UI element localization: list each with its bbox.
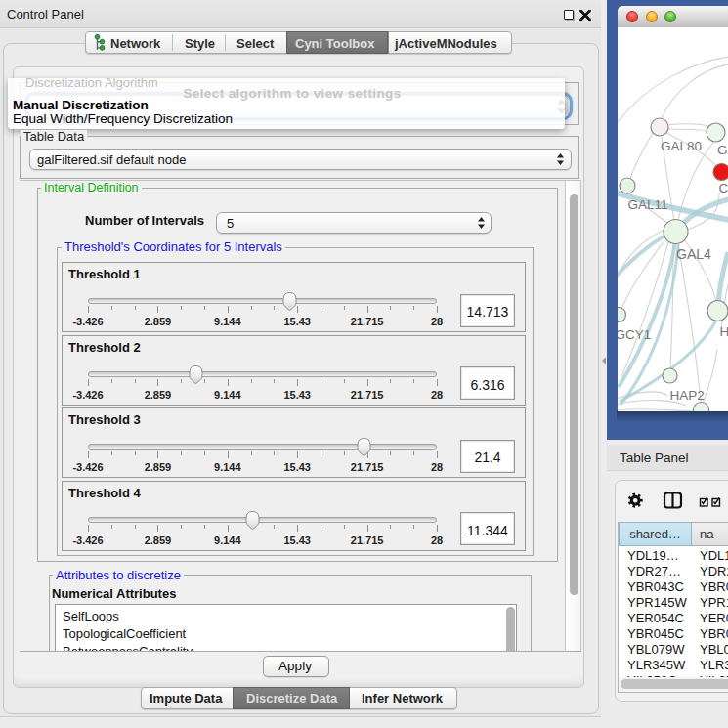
svg-text:GCY1: GCY1 xyxy=(618,326,651,341)
svg-text:CY: CY xyxy=(718,181,728,195)
svg-text:GAL4: GAL4 xyxy=(676,246,711,262)
svg-text:HAP2: HAP2 xyxy=(669,388,704,403)
svg-text:HA: HA xyxy=(719,324,728,339)
svg-text:GA: GA xyxy=(717,143,728,157)
svg-text:GAL80: GAL80 xyxy=(661,138,702,152)
svg-text:GAL11: GAL11 xyxy=(627,196,667,211)
